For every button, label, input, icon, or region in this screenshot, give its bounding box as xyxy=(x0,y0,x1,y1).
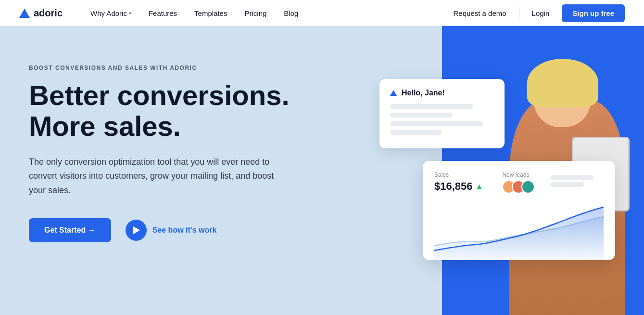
nav-pricing[interactable]: Pricing xyxy=(236,0,275,26)
metric-bar-1 xyxy=(550,175,593,180)
woman-hair xyxy=(527,59,598,107)
card-line-4 xyxy=(390,130,442,135)
nav-blog[interactable]: Blog xyxy=(275,0,307,26)
hello-card: Hello, Jane! xyxy=(379,79,505,148)
hero-eyebrow: BOOST CONVERSIONS AND SALES WITH ADORIC xyxy=(29,65,337,71)
request-demo-link[interactable]: Request a demo xyxy=(445,9,515,17)
see-how-link[interactable]: See how it's work xyxy=(126,220,217,241)
nav-templates[interactable]: Templates xyxy=(186,0,236,26)
adoric-logo-small xyxy=(390,90,397,96)
hero-content: BOOST CONVERSIONS AND SALES WITH ADORIC … xyxy=(29,26,337,315)
card-line-1 xyxy=(390,104,473,109)
play-button-icon[interactable] xyxy=(126,220,147,241)
nav-divider xyxy=(519,7,519,19)
dashboard-card: Sales $16,856 ▲ New leads xyxy=(423,161,615,260)
sales-metric: Sales $16,856 ▲ xyxy=(434,171,483,194)
nav-links: Why Adoric ▾ Features Templates Pricing … xyxy=(82,0,445,26)
sales-value: $16,856 ▲ xyxy=(434,180,483,193)
play-triangle-icon xyxy=(133,226,140,234)
card-line-2 xyxy=(390,113,453,118)
metric-bar-2 xyxy=(550,182,584,187)
sales-label: Sales xyxy=(434,171,483,178)
logo-text: adoric xyxy=(34,8,63,19)
line-chart xyxy=(434,202,604,260)
lead-avatars xyxy=(502,180,531,194)
nav-right-actions: Request a demo Login Sign up free xyxy=(445,4,625,22)
hero-visuals: Hello, Jane! Sales $16,856 ▲ New leads xyxy=(346,26,644,315)
chart-area xyxy=(434,202,604,260)
dashboard-metrics: Sales $16,856 ▲ New leads xyxy=(434,171,604,194)
leads-metric: New leads xyxy=(502,171,531,194)
get-started-button[interactable]: Get Started → xyxy=(29,218,111,242)
navbar: adoric Why Adoric ▾ Features Templates P… xyxy=(0,0,644,26)
hello-greeting: Hello, Jane! xyxy=(402,89,445,97)
hero-subtitle: The only conversion optimization tool th… xyxy=(29,155,279,198)
card-line-3 xyxy=(390,121,483,126)
signup-button[interactable]: Sign up free xyxy=(562,4,625,22)
nav-logo[interactable]: adoric xyxy=(19,8,63,19)
nav-why-adoric[interactable]: Why Adoric ▾ xyxy=(82,0,140,26)
hello-card-header: Hello, Jane! xyxy=(390,89,494,97)
nav-features[interactable]: Features xyxy=(140,0,186,26)
hero-section: BOOST CONVERSIONS AND SALES WITH ADORIC … xyxy=(0,26,644,315)
hero-title: Better conversions. More sales. xyxy=(29,80,337,142)
logo-icon xyxy=(19,9,30,18)
avatar-3 xyxy=(521,180,535,194)
leads-label: New leads xyxy=(502,171,531,178)
hero-cta-group: Get Started → See how it's work xyxy=(29,218,337,242)
login-link[interactable]: Login xyxy=(523,9,558,17)
chevron-down-icon: ▾ xyxy=(129,11,131,16)
third-metric xyxy=(550,171,593,194)
up-arrow-icon: ▲ xyxy=(476,182,483,191)
